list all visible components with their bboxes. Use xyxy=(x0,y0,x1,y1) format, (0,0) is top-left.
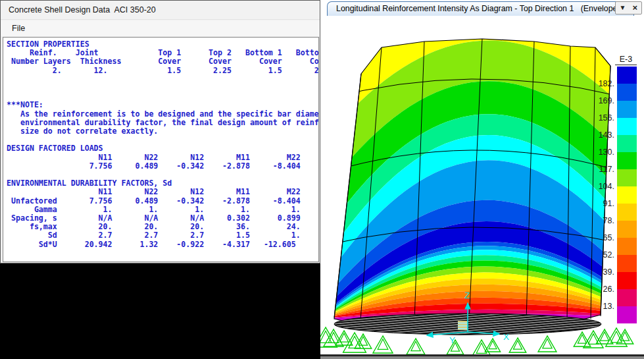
svg-text:Y: Y xyxy=(449,335,455,345)
svg-text:Z: Z xyxy=(464,290,470,300)
design-window-menubar: File xyxy=(1,20,320,36)
design-window-title: Concrete Shell Design Data ACI 350-20 xyxy=(9,1,156,20)
design-window-titlebar[interactable]: Concrete Shell Design Data ACI 350-20 xyxy=(1,1,320,20)
dropdown-arrow-icon[interactable]: ▼ xyxy=(620,2,626,14)
close-icon[interactable]: × xyxy=(632,2,637,14)
svg-text:X: X xyxy=(503,332,509,342)
diagram-window-controls: ▼ × xyxy=(615,1,643,14)
diagram-tab-bar: Longitudinal Reinforcement Intensity As … xyxy=(320,0,644,16)
diagram-window: ZYX Longitudinal Reinforcement Intensity… xyxy=(320,0,644,359)
window-bottom-edge xyxy=(320,354,644,359)
design-report-area[interactable]: SECTION PROPERTIES Reinf. Joint Top 1 To… xyxy=(3,37,319,262)
tank-3d-view[interactable]: ZYX xyxy=(320,0,644,359)
menu-file[interactable]: File xyxy=(7,20,30,36)
sap2000-workspace: Concrete Shell Design Data ACI 350-20 Fi… xyxy=(0,0,644,359)
design-report-text: SECTION PROPERTIES Reinf. Joint Top 1 To… xyxy=(3,38,318,249)
diagram-view-tab[interactable]: Longitudinal Reinforcement Intensity As … xyxy=(327,1,634,16)
design-data-window: Concrete Shell Design Data ACI 350-20 Fi… xyxy=(0,0,320,263)
